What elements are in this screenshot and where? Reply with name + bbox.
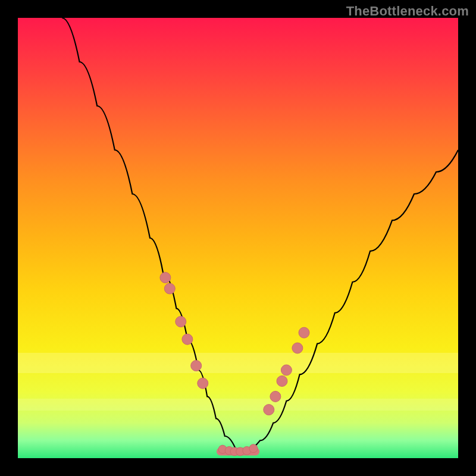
data-marker (292, 343, 303, 353)
data-marker (176, 317, 186, 327)
data-marker (299, 327, 309, 338)
data-marker (249, 444, 258, 453)
data-marker (182, 334, 193, 345)
data-marker (164, 283, 175, 294)
data-marker (281, 365, 292, 375)
watermark-text: TheBottleneck.com (346, 4, 469, 19)
bottleneck-curve (62, 18, 458, 449)
markers-left (160, 273, 208, 389)
chart-frame: TheBottleneck.com (0, 0, 476, 476)
curve-layer (18, 18, 458, 458)
data-marker (198, 378, 208, 389)
data-marker (160, 273, 171, 283)
data-marker (277, 376, 287, 387)
data-marker (270, 391, 281, 402)
plot-area (18, 18, 458, 458)
data-marker (191, 361, 202, 371)
data-marker (264, 405, 274, 415)
